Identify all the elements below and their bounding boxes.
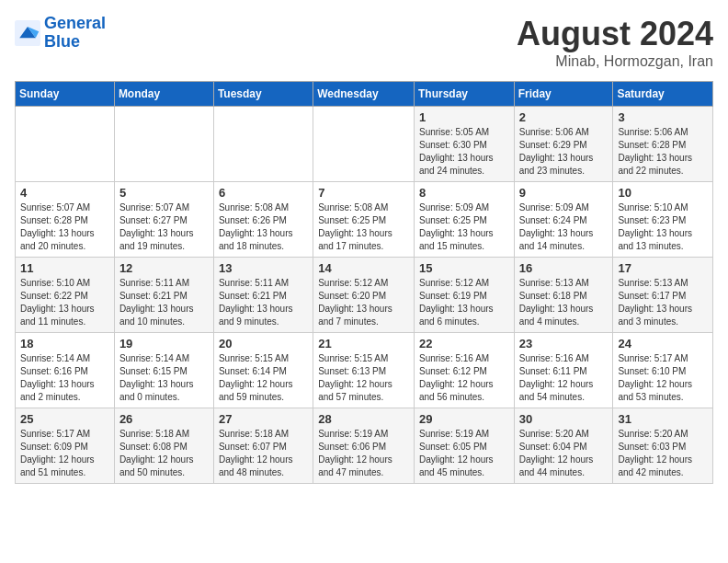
day-number: 9	[519, 186, 609, 200]
day-number: 31	[618, 412, 708, 426]
day-number: 22	[419, 337, 509, 350]
weekday-header-wednesday: Wednesday	[313, 82, 415, 107]
logo-text: General Blue	[44, 15, 106, 52]
day-number: 4	[20, 186, 109, 200]
empty-cell	[213, 107, 313, 182]
calendar-week-row: 18Sunrise: 5:14 AM Sunset: 6:16 PM Dayli…	[16, 333, 713, 408]
day-number: 5	[119, 186, 209, 200]
calendar-cell-20: 20Sunrise: 5:15 AM Sunset: 6:14 PM Dayli…	[213, 333, 313, 408]
day-info: Sunrise: 5:13 AM Sunset: 6:18 PM Dayligh…	[519, 277, 609, 328]
calendar-cell-21: 21Sunrise: 5:15 AM Sunset: 6:13 PM Dayli…	[313, 333, 415, 408]
day-number: 7	[318, 186, 409, 200]
calendar-cell-14: 14Sunrise: 5:12 AM Sunset: 6:20 PM Dayli…	[313, 258, 415, 333]
day-info: Sunrise: 5:10 AM Sunset: 6:23 PM Dayligh…	[618, 201, 708, 253]
weekday-header-tuesday: Tuesday	[213, 82, 313, 107]
day-number: 24	[618, 337, 708, 350]
calendar-cell-17: 17Sunrise: 5:13 AM Sunset: 6:17 PM Dayli…	[613, 258, 713, 333]
calendar-cell-7: 7Sunrise: 5:08 AM Sunset: 6:25 PM Daylig…	[313, 182, 415, 258]
day-info: Sunrise: 5:16 AM Sunset: 6:11 PM Dayligh…	[519, 352, 609, 404]
day-number: 12	[119, 261, 209, 275]
weekday-header-thursday: Thursday	[414, 82, 514, 107]
day-info: Sunrise: 5:20 AM Sunset: 6:03 PM Dayligh…	[618, 428, 708, 479]
calendar-cell-9: 9Sunrise: 5:09 AM Sunset: 6:24 PM Daylig…	[514, 182, 613, 258]
day-info: Sunrise: 5:17 AM Sunset: 6:10 PM Dayligh…	[618, 352, 708, 404]
weekday-header-monday: Monday	[114, 82, 213, 107]
day-number: 13	[219, 261, 308, 275]
day-number: 20	[219, 337, 308, 350]
calendar-cell-8: 8Sunrise: 5:09 AM Sunset: 6:25 PM Daylig…	[414, 182, 514, 258]
calendar-cell-30: 30Sunrise: 5:20 AM Sunset: 6:04 PM Dayli…	[514, 408, 613, 484]
day-number: 29	[419, 412, 509, 426]
day-info: Sunrise: 5:12 AM Sunset: 6:20 PM Dayligh…	[318, 277, 409, 328]
calendar-cell-11: 11Sunrise: 5:10 AM Sunset: 6:22 PM Dayli…	[16, 258, 115, 333]
logo-icon	[15, 20, 40, 46]
empty-cell	[313, 107, 415, 182]
calendar-table: SundayMondayTuesdayWednesdayThursdayFrid…	[15, 81, 713, 484]
day-info: Sunrise: 5:14 AM Sunset: 6:15 PM Dayligh…	[119, 352, 209, 404]
empty-cell	[16, 107, 115, 182]
calendar-cell-27: 27Sunrise: 5:18 AM Sunset: 6:07 PM Dayli…	[213, 408, 313, 484]
day-number: 8	[419, 186, 509, 200]
calendar-cell-10: 10Sunrise: 5:10 AM Sunset: 6:23 PM Dayli…	[613, 182, 713, 258]
day-info: Sunrise: 5:11 AM Sunset: 6:21 PM Dayligh…	[119, 277, 209, 328]
day-info: Sunrise: 5:19 AM Sunset: 6:05 PM Dayligh…	[419, 428, 509, 479]
calendar-cell-24: 24Sunrise: 5:17 AM Sunset: 6:10 PM Dayli…	[613, 333, 713, 408]
calendar-week-row: 1Sunrise: 5:05 AM Sunset: 6:30 PM Daylig…	[16, 107, 713, 182]
weekday-header-friday: Friday	[514, 82, 613, 107]
day-number: 25	[20, 412, 109, 426]
calendar-cell-18: 18Sunrise: 5:14 AM Sunset: 6:16 PM Dayli…	[16, 333, 115, 408]
day-info: Sunrise: 5:11 AM Sunset: 6:21 PM Dayligh…	[219, 277, 308, 328]
day-number: 1	[419, 110, 509, 124]
day-number: 28	[318, 412, 409, 426]
day-number: 23	[519, 337, 609, 350]
calendar-cell-26: 26Sunrise: 5:18 AM Sunset: 6:08 PM Dayli…	[114, 408, 213, 484]
page-header: General Blue August 2024 Minab, Hormozga…	[15, 15, 713, 70]
calendar-cell-5: 5Sunrise: 5:07 AM Sunset: 6:27 PM Daylig…	[114, 182, 213, 258]
day-number: 18	[20, 337, 109, 350]
day-info: Sunrise: 5:20 AM Sunset: 6:04 PM Dayligh…	[519, 428, 609, 479]
day-info: Sunrise: 5:06 AM Sunset: 6:28 PM Dayligh…	[618, 126, 708, 178]
calendar-week-row: 11Sunrise: 5:10 AM Sunset: 6:22 PM Dayli…	[16, 258, 713, 333]
day-info: Sunrise: 5:08 AM Sunset: 6:25 PM Dayligh…	[318, 201, 409, 253]
calendar-cell-2: 2Sunrise: 5:06 AM Sunset: 6:29 PM Daylig…	[514, 107, 613, 182]
day-info: Sunrise: 5:15 AM Sunset: 6:14 PM Dayligh…	[219, 352, 308, 404]
day-info: Sunrise: 5:05 AM Sunset: 6:30 PM Dayligh…	[419, 126, 509, 178]
day-number: 14	[318, 261, 409, 275]
day-info: Sunrise: 5:07 AM Sunset: 6:27 PM Dayligh…	[119, 201, 209, 253]
day-number: 3	[618, 110, 708, 124]
day-info: Sunrise: 5:06 AM Sunset: 6:29 PM Dayligh…	[519, 126, 609, 178]
weekday-header-sunday: Sunday	[16, 82, 115, 107]
day-number: 6	[219, 186, 308, 200]
day-number: 10	[618, 186, 708, 200]
day-info: Sunrise: 5:07 AM Sunset: 6:28 PM Dayligh…	[20, 201, 109, 253]
location-subtitle: Minab, Hormozgan, Iran	[517, 53, 713, 70]
day-info: Sunrise: 5:08 AM Sunset: 6:26 PM Dayligh…	[219, 201, 308, 253]
calendar-week-row: 25Sunrise: 5:17 AM Sunset: 6:09 PM Dayli…	[16, 408, 713, 484]
calendar-cell-28: 28Sunrise: 5:19 AM Sunset: 6:06 PM Dayli…	[313, 408, 415, 484]
day-number: 15	[419, 261, 509, 275]
calendar-cell-12: 12Sunrise: 5:11 AM Sunset: 6:21 PM Dayli…	[114, 258, 213, 333]
day-info: Sunrise: 5:13 AM Sunset: 6:17 PM Dayligh…	[618, 277, 708, 328]
day-number: 16	[519, 261, 609, 275]
day-number: 21	[318, 337, 409, 350]
calendar-cell-4: 4Sunrise: 5:07 AM Sunset: 6:28 PM Daylig…	[16, 182, 115, 258]
day-info: Sunrise: 5:12 AM Sunset: 6:19 PM Dayligh…	[419, 277, 509, 328]
month-year: August 2024	[517, 15, 713, 53]
calendar-cell-29: 29Sunrise: 5:19 AM Sunset: 6:05 PM Dayli…	[414, 408, 514, 484]
weekday-header-saturday: Saturday	[613, 82, 713, 107]
calendar-cell-15: 15Sunrise: 5:12 AM Sunset: 6:19 PM Dayli…	[414, 258, 514, 333]
day-info: Sunrise: 5:18 AM Sunset: 6:08 PM Dayligh…	[119, 428, 209, 479]
logo-line2: Blue	[44, 32, 80, 51]
day-info: Sunrise: 5:09 AM Sunset: 6:24 PM Dayligh…	[519, 201, 609, 253]
logo: General Blue	[15, 15, 106, 52]
day-number: 26	[119, 412, 209, 426]
day-info: Sunrise: 5:17 AM Sunset: 6:09 PM Dayligh…	[20, 428, 109, 479]
day-number: 27	[219, 412, 308, 426]
calendar-cell-6: 6Sunrise: 5:08 AM Sunset: 6:26 PM Daylig…	[213, 182, 313, 258]
day-number: 2	[519, 110, 609, 124]
day-number: 30	[519, 412, 609, 426]
calendar-cell-22: 22Sunrise: 5:16 AM Sunset: 6:12 PM Dayli…	[414, 333, 514, 408]
day-info: Sunrise: 5:14 AM Sunset: 6:16 PM Dayligh…	[20, 352, 109, 404]
calendar-week-row: 4Sunrise: 5:07 AM Sunset: 6:28 PM Daylig…	[16, 182, 713, 258]
day-number: 11	[20, 261, 109, 275]
